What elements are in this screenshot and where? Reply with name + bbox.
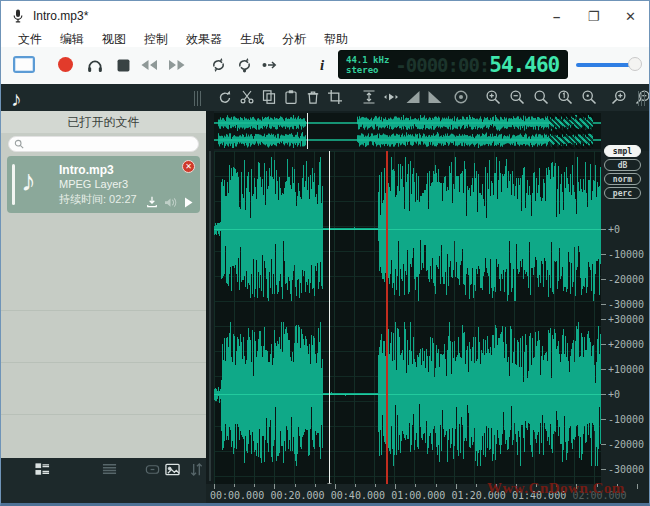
ruler-tick: [476, 484, 477, 487]
fade-in-icon[interactable]: [405, 89, 421, 105]
toolbar-grip[interactable]: [194, 91, 204, 106]
sidebar-footer: [1, 458, 206, 481]
sample-rate: 44.1 kHz: [346, 55, 389, 65]
list-view-icon[interactable]: [34, 462, 50, 477]
menu-item-edit[interactable]: 编辑: [51, 31, 93, 48]
disc-icon[interactable]: [453, 89, 469, 105]
ruler-tick: [637, 484, 638, 489]
play-cursor-button[interactable]: [259, 55, 279, 75]
toolbar-grip-right[interactable]: [638, 91, 648, 106]
delete-icon[interactable]: [305, 89, 321, 105]
maximize-button[interactable]: ❐: [575, 1, 612, 31]
unit-button-dB[interactable]: dB: [604, 159, 641, 171]
vertical-scrollbar[interactable]: [206, 111, 214, 487]
zoom-selection-icon[interactable]: [533, 89, 549, 105]
unit-button-perc[interactable]: perc: [604, 187, 641, 199]
cut-icon[interactable]: [239, 89, 255, 105]
monitor-file-button[interactable]: [162, 195, 178, 209]
watermark: Www.CnDown.Com: [487, 480, 625, 497]
overview-playhead[interactable]: [307, 113, 308, 149]
rewind-icon: [140, 59, 158, 71]
adjust-amplitude-icon[interactable]: [361, 89, 377, 105]
zoom-in-icon[interactable]: [485, 89, 501, 105]
waveform-overview[interactable]: [214, 113, 601, 149]
redo-icon[interactable]: [217, 89, 233, 105]
file-list-item[interactable]: ♪ Intro.mp3 MPEG Layer3 持续时间: 02:27 ✕: [7, 156, 200, 213]
thumbnail-view-icon[interactable]: [164, 462, 180, 477]
info-icon: i: [320, 57, 324, 74]
menu-item-help[interactable]: 帮助: [315, 31, 357, 48]
record-button[interactable]: [58, 57, 73, 72]
close-file-button[interactable]: ✕: [182, 160, 195, 173]
ruler-tick: [234, 484, 235, 487]
vertical-zoom-in-icon[interactable]: [611, 89, 627, 105]
compact-view-icon[interactable]: [101, 462, 117, 477]
ruler-tick: [355, 484, 356, 487]
sidebar-files-panel: 已打开的文件 ♪ Intro.mp3 MPEG Layer3 持续时间: 02:…: [1, 111, 206, 481]
volume-slider[interactable]: [576, 60, 640, 70]
paste-icon[interactable]: [283, 89, 299, 105]
loop-selection-icon: [236, 57, 253, 73]
stop-button[interactable]: [113, 55, 133, 75]
close-button[interactable]: ✕: [612, 1, 649, 31]
monitor-button[interactable]: [85, 55, 105, 75]
save-file-button[interactable]: [144, 195, 160, 209]
edit-cursor[interactable]: [329, 151, 330, 489]
ruler-label: 00:00.000: [210, 490, 264, 501]
overview-hatch-region: [549, 113, 593, 149]
format-readout: 44.1 kHz stereo: [346, 55, 389, 75]
volume-knob[interactable]: [628, 57, 642, 71]
fast-forward-icon: [168, 59, 186, 71]
rewind-button[interactable]: [139, 55, 159, 75]
axis-label: +30000: [608, 314, 644, 325]
files-panel-icon[interactable]: ♪: [11, 86, 22, 112]
zoom-one-icon[interactable]: [557, 89, 573, 105]
transport-toolbar: i 44.1 kHz stereo -0000:00: 54.460: [1, 47, 649, 84]
menu-item-effects[interactable]: 效果器: [177, 31, 231, 48]
copy-icon[interactable]: [261, 89, 277, 105]
loop-selection-button[interactable]: [234, 55, 254, 75]
search-icon: [14, 139, 24, 149]
axis-label: +10000: [608, 364, 644, 375]
menu-item-analyze[interactable]: 分析: [273, 31, 315, 48]
minimize-button[interactable]: –: [538, 1, 575, 31]
play-selection-icon[interactable]: [383, 89, 399, 105]
axis-label: +0: [608, 389, 620, 400]
axis-tick: [601, 279, 606, 280]
menu-item-file[interactable]: 文件: [9, 31, 51, 48]
zoom-out-icon[interactable]: [509, 89, 525, 105]
play-icon: [184, 197, 193, 208]
fade-out-icon[interactable]: [427, 89, 443, 105]
edit-toolbar: ♪: [1, 86, 649, 112]
forward-button[interactable]: [167, 55, 187, 75]
loop-mode-icon[interactable]: [144, 462, 160, 477]
ruler-label: 00:20.000: [270, 490, 324, 501]
main-region: ♪ 已打开的文件 ♪ Intro.mp3 MPEG Layer3 持续时间: 0…: [1, 84, 649, 504]
ruler-tick: [436, 484, 437, 487]
loop-button[interactable]: [208, 55, 228, 75]
sort-icon[interactable]: [188, 462, 204, 477]
time-display: 44.1 kHz stereo -0000:00: 54.460: [338, 50, 568, 79]
info-button[interactable]: i: [312, 55, 332, 75]
menubar: 文件编辑视图控制效果器生成分析帮助: [1, 31, 649, 47]
app-logo-icon: [10, 8, 26, 24]
menu-item-view[interactable]: 视图: [93, 31, 135, 48]
unit-buttons: smpldBnormperc: [604, 145, 641, 199]
menu-item-generate[interactable]: 生成: [231, 31, 273, 48]
trim-icon[interactable]: [327, 89, 343, 105]
file-duration: 持续时间: 02:27: [59, 192, 137, 207]
waveform-view[interactable]: [214, 151, 601, 484]
axis-label: +20000: [608, 339, 644, 350]
axis-label: +0: [608, 224, 620, 235]
unit-button-smpl[interactable]: smpl: [604, 145, 641, 157]
ruler-tick: [415, 484, 416, 487]
axis-label: -20000: [608, 274, 644, 285]
search-input[interactable]: [8, 136, 199, 152]
ruler-tick: [395, 484, 396, 489]
menu-item-control[interactable]: 控制: [135, 31, 177, 48]
unit-button-norm[interactable]: norm: [604, 173, 641, 185]
selection-tool-icon[interactable]: [13, 56, 35, 73]
zoom-sample-icon[interactable]: [581, 89, 597, 105]
play-file-button[interactable]: [180, 195, 196, 209]
app-window: Intro.mp3* –❐✕ 文件编辑视图控制效果器生成分析帮助 i: [0, 0, 650, 506]
